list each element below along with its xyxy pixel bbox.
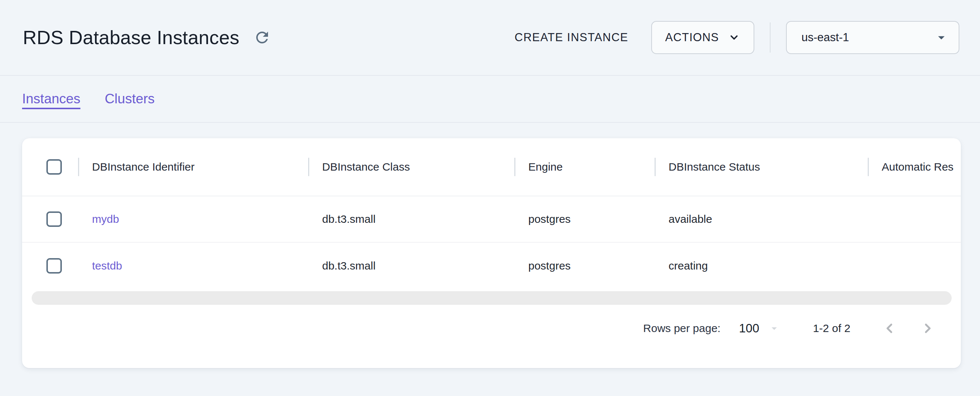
rows-per-page-label: Rows per page:: [643, 322, 721, 334]
cell-dbinstance-class: db.t3.small: [308, 213, 514, 225]
table-row: testdb db.t3.small postgres creating: [22, 243, 961, 289]
table-header-row: DBInstance Identifier DBInstance Class E…: [22, 138, 961, 196]
column-header-automatic-res: Automatic Res: [868, 161, 961, 173]
rows-per-page-value: 100: [739, 322, 759, 335]
chevron-left-icon: [881, 320, 898, 337]
region-select[interactable]: us-east-1: [786, 21, 959, 54]
column-header-dbinstance-identifier: DBInstance Identifier: [78, 161, 308, 173]
app-header: RDS Database Instances CREATE INSTANCE A…: [0, 0, 980, 76]
create-instance-button[interactable]: CREATE INSTANCE: [513, 27, 630, 48]
tab-clusters[interactable]: Clusters: [105, 91, 154, 107]
next-page-button[interactable]: [919, 320, 937, 337]
actions-button[interactable]: ACTIONS: [651, 21, 754, 54]
column-header-dbinstance-status: DBInstance Status: [655, 161, 868, 173]
chevron-down-icon: [728, 31, 740, 44]
instance-link[interactable]: mydb: [92, 213, 119, 225]
region-select-value: us-east-1: [802, 31, 849, 44]
cell-dbinstance-status: creating: [655, 260, 868, 272]
table-row: mydb db.t3.small postgres available: [22, 196, 961, 243]
column-header-dbinstance-class: DBInstance Class: [308, 161, 514, 173]
horizontal-scrollbar-thumb[interactable]: [32, 291, 951, 305]
cell-engine: postgres: [514, 213, 655, 225]
pagination-bar: Rows per page: 100 1-2 of 2: [22, 320, 961, 337]
header-actions: CREATE INSTANCE ACTIONS us-east-1: [513, 21, 959, 54]
cell-dbinstance-status: available: [655, 213, 868, 225]
instances-table-card: DBInstance Identifier DBInstance Class E…: [22, 138, 961, 368]
row-checkbox[interactable]: [46, 211, 62, 227]
refresh-icon: [253, 29, 271, 46]
page-title: RDS Database Instances: [23, 27, 239, 49]
actions-button-label: ACTIONS: [665, 31, 719, 44]
refresh-button[interactable]: [252, 27, 272, 48]
tab-instances[interactable]: Instances: [22, 91, 80, 107]
column-header-engine: Engine: [514, 161, 655, 173]
previous-page-button[interactable]: [881, 320, 898, 337]
row-checkbox[interactable]: [46, 258, 62, 274]
caret-down-icon: [768, 322, 781, 334]
header-divider: [770, 22, 770, 52]
caret-down-icon: [934, 30, 949, 45]
cell-dbinstance-class: db.t3.small: [308, 260, 514, 272]
select-all-checkbox[interactable]: [46, 159, 62, 175]
instance-link[interactable]: testdb: [92, 260, 122, 272]
cell-engine: postgres: [514, 260, 655, 272]
chevron-right-icon: [919, 320, 936, 337]
title-group: RDS Database Instances: [23, 27, 272, 49]
rows-per-page-select[interactable]: 100: [739, 322, 781, 335]
tab-bar: Instances Clusters: [0, 76, 980, 123]
page-range-label: 1-2 of 2: [813, 322, 850, 334]
